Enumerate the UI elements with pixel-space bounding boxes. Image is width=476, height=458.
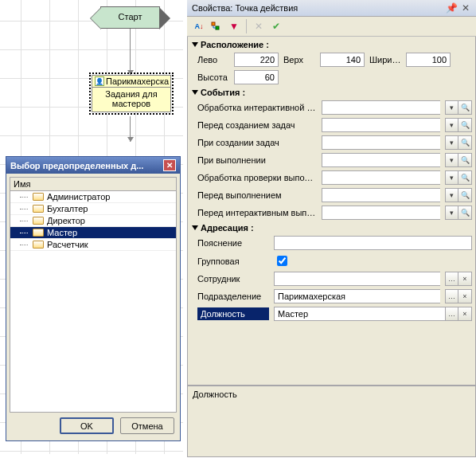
action-node-title: Парикмахерска <box>106 76 169 86</box>
item-icon <box>33 229 44 237</box>
event-combo[interactable] <box>322 100 440 115</box>
list-item[interactable]: Мастер <box>10 227 176 239</box>
event-row: Обработка проверки выполнен ▾ 🔍 <box>189 169 475 186</box>
top-input[interactable] <box>320 53 365 67</box>
clear-icon[interactable]: × <box>458 289 472 303</box>
prop-label-height: Высота <box>197 72 229 82</box>
item-icon <box>33 205 44 213</box>
magnify-icon[interactable]: 🔍 <box>458 170 472 185</box>
event-row: При создании задач ▾ 🔍 <box>189 134 475 151</box>
event-combo[interactable] <box>322 118 440 132</box>
check-icon[interactable]: ✔ <box>268 19 284 33</box>
collapse-icon <box>192 90 198 95</box>
svg-rect-1 <box>216 26 219 29</box>
pin-icon[interactable]: 📌 <box>446 2 457 14</box>
section-events[interactable]: События: <box>189 86 475 99</box>
event-row: Перед созданием задач ▾ 🔍 <box>189 116 475 134</box>
event-combo[interactable] <box>322 188 440 202</box>
hint-input[interactable] <box>274 236 472 250</box>
chevron-down-icon[interactable]: ▾ <box>445 188 458 202</box>
tree-connector-icon <box>18 240 29 249</box>
chevron-down-icon[interactable]: ▾ <box>445 170 458 185</box>
collapse-icon <box>192 42 198 47</box>
flow-connector <box>130 29 131 75</box>
event-row: Перед интерактивным выполне ▾ 🔍 <box>189 204 475 221</box>
position-input[interactable] <box>274 307 445 321</box>
prop-label-top: Верх <box>283 55 315 65</box>
ok-button[interactable]: OK <box>60 417 114 434</box>
flow-action-node[interactable]: 👤 Парикмахерска Задания для мастеров <box>92 75 171 112</box>
width-input[interactable] <box>406 53 451 67</box>
department-input[interactable] <box>274 289 440 303</box>
categorize-icon[interactable] <box>209 19 224 33</box>
separator <box>246 19 247 33</box>
tree-connector-icon <box>18 216 29 225</box>
close-icon[interactable]: ✕ <box>460 2 471 14</box>
item-icon <box>33 241 44 249</box>
flow-start-node[interactable]: Старт <box>100 6 160 29</box>
action-node-body: Задания для мастеров <box>92 88 170 112</box>
prop-label-hint: Пояснение <box>197 238 269 248</box>
action-node-header: 👤 Парикмахерска <box>92 76 170 88</box>
left-input[interactable] <box>234 53 279 67</box>
event-row: Обработка интерактивной акти ▾ 🔍 <box>189 99 475 116</box>
height-input[interactable] <box>234 70 279 84</box>
list-item[interactable]: Администратор <box>10 191 176 203</box>
predefined-tree[interactable]: Администратор Бухгалтер Директор Мастер <box>10 191 177 413</box>
sort-az-icon[interactable]: A↓ <box>191 19 207 33</box>
employee-input[interactable] <box>274 272 440 286</box>
predefined-picker-dialog: Выбор предопределенных д... ✕ Имя Админи… <box>6 156 181 441</box>
magnify-icon[interactable]: 🔍 <box>458 153 472 167</box>
group-checkbox[interactable] <box>277 256 287 266</box>
tree-connector-icon <box>18 228 29 237</box>
properties-panel: Свойства: Точка действия 📌 ✕ A↓ ▼ ✕ ✔ Ра… <box>187 0 476 457</box>
panel-title: Свойства: Точка действия <box>192 3 443 13</box>
dialog-titlebar[interactable]: Выбор предопределенных д... ✕ <box>6 157 180 174</box>
list-item[interactable]: Директор <box>10 215 176 227</box>
chevron-down-icon[interactable]: ▾ <box>445 153 458 167</box>
clear-icon[interactable]: × <box>458 307 472 321</box>
list-item[interactable]: Расчетчик <box>10 239 176 251</box>
prop-label-group: Групповая <box>197 256 269 266</box>
arrow-down-icon <box>127 137 134 142</box>
event-combo[interactable] <box>322 206 440 220</box>
section-location[interactable]: Расположение: <box>189 38 475 51</box>
chevron-down-icon[interactable]: ▾ <box>445 100 458 115</box>
event-combo[interactable] <box>322 153 440 167</box>
magnify-icon[interactable]: 🔍 <box>458 206 472 220</box>
chevron-down-icon[interactable]: ▾ <box>445 135 458 150</box>
magnify-icon[interactable]: 🔍 <box>458 188 472 202</box>
event-row: При выполнении ▾ 🔍 <box>189 151 475 169</box>
event-combo[interactable] <box>322 170 440 185</box>
list-item[interactable]: Бухгалтер <box>10 203 176 215</box>
event-row: Перед выполнением ▾ 🔍 <box>189 186 475 204</box>
magnify-icon[interactable]: 🔍 <box>458 135 472 150</box>
panel-toolbar: A↓ ▼ ✕ ✔ <box>187 17 476 37</box>
column-header-name[interactable]: Имя <box>10 177 177 191</box>
tree-connector-icon <box>18 204 29 213</box>
svg-rect-0 <box>212 22 215 25</box>
cancel-button[interactable]: Отмена <box>120 417 174 434</box>
item-icon <box>33 217 44 225</box>
collapse-icon <box>192 225 198 230</box>
prop-label-width: Ширина <box>369 55 401 65</box>
delete-icon[interactable]: ✕ <box>251 19 267 33</box>
panel-titlebar[interactable]: Свойства: Точка действия 📌 ✕ <box>187 0 476 17</box>
chevron-down-icon[interactable]: ▾ <box>445 206 458 220</box>
prop-label-department: Подразделение <box>197 292 269 301</box>
ellipsis-icon[interactable]: … <box>445 307 458 321</box>
close-icon[interactable]: ✕ <box>163 159 176 171</box>
chevron-down-icon[interactable]: ▾ <box>445 118 458 132</box>
ellipsis-icon[interactable]: … <box>445 272 458 286</box>
tree-connector-icon <box>18 192 29 202</box>
clear-icon[interactable]: × <box>458 272 472 286</box>
dialog-title: Выбор предопределенных д... <box>10 161 163 170</box>
ellipsis-icon[interactable]: … <box>445 289 458 303</box>
magnify-icon[interactable]: 🔍 <box>458 100 472 115</box>
filter-icon[interactable]: ▼ <box>226 19 242 33</box>
magnify-icon[interactable]: 🔍 <box>458 118 472 132</box>
properties-body: Расположение: Лево Верх Ширина Высота Со… <box>187 37 476 386</box>
section-addressing[interactable]: Адресация: <box>189 221 475 234</box>
event-combo[interactable] <box>322 135 440 150</box>
prop-label-employee: Сотрудник <box>197 274 269 284</box>
